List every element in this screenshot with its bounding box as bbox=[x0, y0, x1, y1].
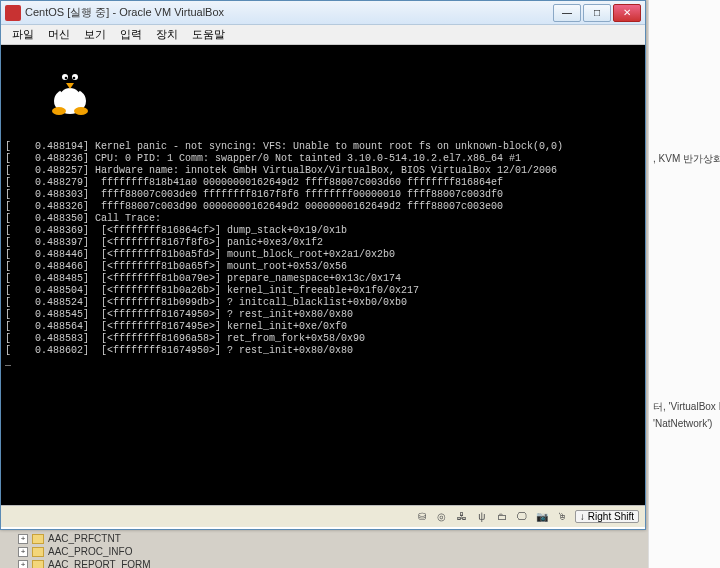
window-title: CentOS [실행 중] - Oracle VM VirtualBox bbox=[25, 5, 553, 20]
log-line: [ 0.488350] Call Trace: bbox=[5, 213, 161, 224]
host-key-indicator[interactable]: ↓ Right Shift bbox=[575, 510, 639, 523]
svg-point-4 bbox=[72, 74, 78, 80]
app-icon bbox=[5, 5, 21, 21]
disc-icon[interactable]: ◎ bbox=[435, 510, 449, 524]
menu-machine[interactable]: 머신 bbox=[41, 25, 77, 44]
chevron-down-icon: ↓ bbox=[580, 511, 585, 522]
tree-item-aac-report-form[interactable]: + AAC_REPORT_FORM bbox=[18, 558, 151, 568]
share-icon[interactable]: 🗀 bbox=[495, 510, 509, 524]
svg-point-5 bbox=[65, 77, 68, 80]
maximize-button[interactable]: □ bbox=[583, 4, 611, 22]
log-line: [ 0.488466] [<ffffffff81b0a65f>] mount_r… bbox=[5, 261, 347, 272]
menu-input[interactable]: 입력 bbox=[113, 25, 149, 44]
side-panel: , KVM 반가상화 터, 'VirtualBox Ho 'NatNetwork… bbox=[648, 0, 720, 568]
display-icon[interactable]: 🖵 bbox=[515, 510, 529, 524]
log-line: [ 0.488369] [<ffffffff816864cf>] dump_st… bbox=[5, 225, 347, 236]
log-line: [ 0.488602] [<ffffffff81674950>] ? rest_… bbox=[5, 345, 353, 356]
svg-point-8 bbox=[74, 107, 88, 115]
log-line: [ 0.488257] Hardware name: innotek GmbH … bbox=[5, 165, 557, 176]
cursor: _ bbox=[5, 357, 11, 368]
log-line: [ 0.488194] Kernel panic - not syncing: … bbox=[5, 141, 563, 152]
log-line: [ 0.488583] [<ffffffff81696a58>] ret_fro… bbox=[5, 333, 365, 344]
log-line: [ 0.488236] CPU: 0 PID: 1 Comm: swapper/… bbox=[5, 153, 521, 164]
menubar: 파일 머신 보기 입력 장치 도움말 bbox=[1, 25, 645, 45]
log-line: [ 0.488485] [<ffffffff81b0a79e>] prepare… bbox=[5, 273, 401, 284]
host-key-label: Right Shift bbox=[588, 511, 634, 522]
log-line: [ 0.488279] ffffffff818b41a0 00000000162… bbox=[5, 177, 503, 188]
folder-icon bbox=[32, 534, 44, 544]
menu-devices[interactable]: 장치 bbox=[149, 25, 185, 44]
folder-icon bbox=[32, 560, 44, 569]
tree-label: AAC_REPORT_FORM bbox=[48, 559, 151, 568]
log-line: [ 0.488303] ffff88007c003de0 ffffffff816… bbox=[5, 189, 503, 200]
usb-icon[interactable]: ψ bbox=[475, 510, 489, 524]
svg-point-6 bbox=[73, 77, 76, 80]
camera-icon[interactable]: 📷 bbox=[535, 510, 549, 524]
menu-help[interactable]: 도움말 bbox=[185, 25, 232, 44]
side-text-2b: 'NatNetwork') bbox=[649, 416, 720, 431]
side-text-1: , KVM 반가상화 bbox=[649, 150, 720, 168]
log-line: [ 0.488545] [<ffffffff81674950>] ? rest_… bbox=[5, 309, 353, 320]
expand-icon[interactable]: + bbox=[18, 534, 28, 544]
log-line: [ 0.488564] [<ffffffff8167495e>] kernel_… bbox=[5, 321, 347, 332]
statusbar: ⛁ ◎ 🖧 ψ 🗀 🖵 📷 🖰 ↓ Right Shift bbox=[1, 505, 645, 527]
menu-file[interactable]: 파일 bbox=[5, 25, 41, 44]
console-output: [ 0.488194] Kernel panic - not syncing: … bbox=[1, 45, 645, 505]
log-line: [ 0.488524] [<ffffffff81b099db>] ? initc… bbox=[5, 297, 407, 308]
log-line: [ 0.488504] [<ffffffff81b0a26b>] kernel_… bbox=[5, 285, 419, 296]
log-line: [ 0.488397] [<ffffffff8167f8f6>] panic+0… bbox=[5, 237, 323, 248]
expand-icon[interactable]: + bbox=[18, 560, 28, 569]
tree-view: + AAC_PRFCTNT + AAC_PROC_INFO + AAC_REPO… bbox=[18, 532, 151, 568]
tree-label: AAC_PRFCTNT bbox=[48, 533, 121, 544]
svg-point-3 bbox=[62, 74, 68, 80]
menu-view[interactable]: 보기 bbox=[77, 25, 113, 44]
svg-point-7 bbox=[52, 107, 66, 115]
tux-logo-icon bbox=[11, 51, 57, 103]
boot-log: [ 0.488194] Kernel panic - not syncing: … bbox=[5, 141, 641, 369]
hdd-icon[interactable]: ⛁ bbox=[415, 510, 429, 524]
window-buttons: — □ ✕ bbox=[553, 4, 641, 22]
tree-item-aac-proc-info[interactable]: + AAC_PROC_INFO bbox=[18, 545, 151, 558]
vm-window: CentOS [실행 중] - Oracle VM VirtualBox — □… bbox=[0, 0, 646, 530]
log-line: [ 0.488326] ffff88007c003d90 00000000162… bbox=[5, 201, 503, 212]
log-line: [ 0.488446] [<ffffffff81b0a5fd>] mount_b… bbox=[5, 249, 395, 260]
svg-point-2 bbox=[59, 88, 81, 110]
mouse-icon[interactable]: 🖰 bbox=[555, 510, 569, 524]
minimize-button[interactable]: — bbox=[553, 4, 581, 22]
close-button[interactable]: ✕ bbox=[613, 4, 641, 22]
expand-icon[interactable]: + bbox=[18, 547, 28, 557]
titlebar[interactable]: CentOS [실행 중] - Oracle VM VirtualBox — □… bbox=[1, 1, 645, 25]
folder-icon bbox=[32, 547, 44, 557]
tree-item-aac-prfctnt[interactable]: + AAC_PRFCTNT bbox=[18, 532, 151, 545]
tree-label: AAC_PROC_INFO bbox=[48, 546, 132, 557]
net-icon[interactable]: 🖧 bbox=[455, 510, 469, 524]
side-text-2a: 터, 'VirtualBox Ho bbox=[649, 398, 720, 416]
